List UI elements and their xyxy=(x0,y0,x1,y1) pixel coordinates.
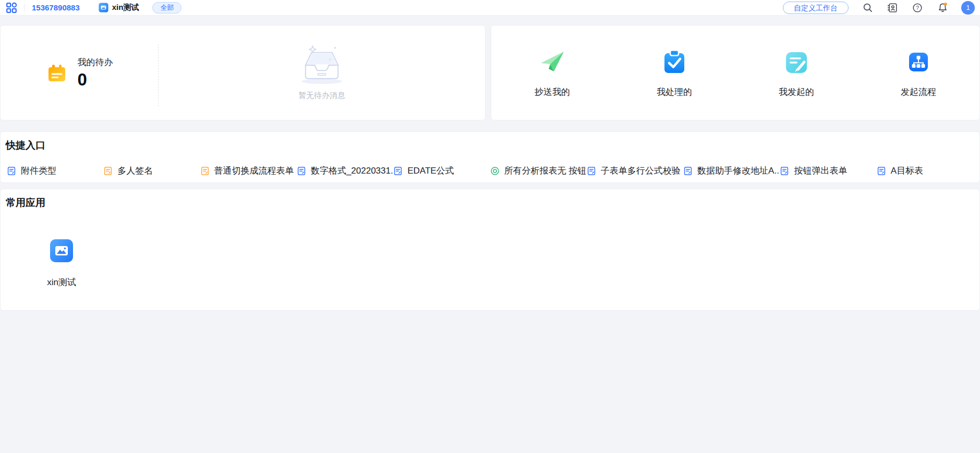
org-flow-icon xyxy=(904,47,933,77)
shortcut-label: 发起流程 xyxy=(901,86,936,98)
report-target-icon xyxy=(490,166,500,176)
clipboard-check-icon xyxy=(660,47,689,77)
quick-entry-item[interactable]: 附件类型 xyxy=(7,165,103,177)
quick-entry-label: 数字格式_20220331... xyxy=(311,165,393,177)
workspace-app-icon xyxy=(99,3,108,13)
workspace-chip[interactable]: xin测试 xyxy=(99,3,139,13)
notification-dot xyxy=(943,3,947,6)
quick-entry-card: 快捷入口 附件类型 多人签名 普通切换成流程表单 数字格式_20220331..… xyxy=(0,131,980,183)
quick-entry-label: 多人签名 xyxy=(117,165,153,177)
frequent-apps-list: xin测试 xyxy=(6,210,974,288)
quick-entry-item[interactable]: 子表单多行公式校验 xyxy=(587,165,683,177)
quick-entry-item[interactable]: 按钮弹出表单 xyxy=(780,165,876,177)
form-doc-icon xyxy=(587,166,596,176)
shortcut-label: 我发起的 xyxy=(779,86,814,98)
form-doc-icon xyxy=(683,166,693,176)
form-doc-icon xyxy=(200,166,210,176)
topbar: 15367890883 xin测试 全部 自定义工作台 xyxy=(0,0,980,16)
empty-inbox-illustration xyxy=(292,45,352,85)
notifications-bell-icon[interactable] xyxy=(936,2,949,14)
main-content: 我的待办 0 xyxy=(0,16,980,311)
shortcut-started-by-me[interactable]: 我发起的 xyxy=(735,26,857,120)
shortcut-handled-by-me[interactable]: 我处理的 xyxy=(613,26,735,120)
doc-edit-icon xyxy=(782,47,811,77)
svg-text:?: ? xyxy=(916,5,919,10)
form-doc-icon xyxy=(103,166,113,176)
quick-entry-label: 所有分析报表无 按钮 xyxy=(504,165,587,177)
filter-all-button[interactable]: 全部 xyxy=(152,2,182,14)
quick-entry-label: 附件类型 xyxy=(21,165,56,177)
app-tile-xin-test[interactable]: xin测试 xyxy=(44,239,79,288)
frequent-apps-title: 常用应用 xyxy=(6,196,974,210)
workspace-name: xin测试 xyxy=(112,3,139,13)
empty-message: 暂无待办消息 xyxy=(298,91,345,101)
quick-entry-label: A目标表 xyxy=(891,165,923,177)
quick-entry-item[interactable]: 数据助手修改地址A... xyxy=(683,165,780,177)
avatar[interactable]: 1 xyxy=(961,1,975,15)
todo-title: 我的待办 xyxy=(78,56,113,68)
quick-entry-title: 快捷入口 xyxy=(6,139,974,152)
shortcut-cc-to-me[interactable]: 抄送我的 xyxy=(491,26,613,120)
quick-entry-item[interactable]: EDATE公式 xyxy=(393,165,490,177)
phone-number-link[interactable]: 15367890883 xyxy=(32,3,80,12)
topbar-divider xyxy=(24,4,25,11)
quick-entry-label: 数据助手修改地址A... xyxy=(697,165,780,177)
app-tile-label: xin测试 xyxy=(47,276,76,288)
quick-entry-item[interactable]: A目标表 xyxy=(877,165,973,177)
todo-empty-state: 暂无待办消息 xyxy=(159,26,485,120)
shortcut-label: 抄送我的 xyxy=(535,86,570,98)
quick-entry-list: 附件类型 多人签名 普通切换成流程表单 数字格式_20220331... EDA… xyxy=(6,165,974,177)
help-icon[interactable]: ? xyxy=(911,2,924,14)
quick-entry-item[interactable]: 所有分析报表无 按钮 xyxy=(490,165,587,177)
form-doc-icon xyxy=(393,166,403,176)
contacts-icon[interactable] xyxy=(886,2,899,14)
todo-card: 我的待办 0 xyxy=(0,25,486,120)
apps-grid-icon[interactable] xyxy=(5,2,18,14)
todo-count: 0 xyxy=(78,70,113,89)
shortcut-label: 我处理的 xyxy=(657,86,692,98)
quick-entry-label: EDATE公式 xyxy=(407,165,454,177)
form-doc-icon xyxy=(877,166,886,176)
shortcut-start-process[interactable]: 发起流程 xyxy=(857,26,979,120)
process-shortcuts-card: 抄送我的 我处理的 xyxy=(491,25,980,120)
topbar-right: 自定义工作台 ? xyxy=(783,1,975,15)
quick-entry-label: 普通切换成流程表单 xyxy=(214,165,294,177)
form-doc-icon xyxy=(7,166,16,176)
app-image-icon xyxy=(50,239,74,263)
paper-plane-icon xyxy=(538,47,567,77)
quick-entry-item[interactable]: 多人签名 xyxy=(103,165,200,177)
search-icon[interactable] xyxy=(861,2,874,14)
frequent-apps-card: 常用应用 xin测试 xyxy=(0,189,980,311)
quick-entry-item[interactable]: 普通切换成流程表单 xyxy=(200,165,297,177)
customize-workbench-button[interactable]: 自定义工作台 xyxy=(783,2,849,14)
todo-summary[interactable]: 我的待办 0 xyxy=(1,26,159,120)
quick-entry-item[interactable]: 数字格式_20220331... xyxy=(297,165,393,177)
form-doc-icon xyxy=(780,166,789,176)
quick-entry-label: 子表单多行公式校验 xyxy=(601,165,681,177)
topbar-left: 15367890883 xin测试 全部 xyxy=(5,2,182,14)
form-doc-icon xyxy=(297,166,306,176)
quick-entry-label: 按钮弹出表单 xyxy=(794,165,847,177)
todo-calendar-icon xyxy=(46,63,67,83)
